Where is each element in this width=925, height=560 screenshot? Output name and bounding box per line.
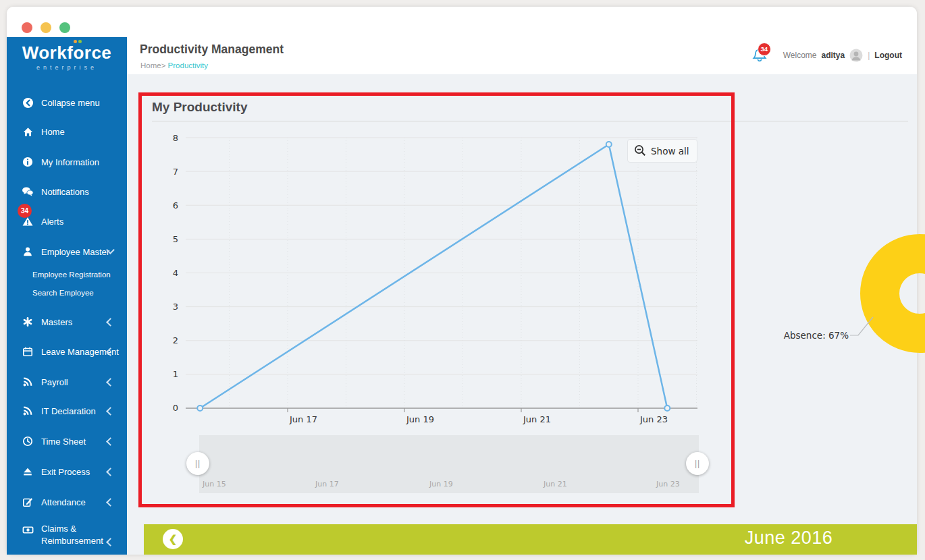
navigator-tick-label: Jun 15 xyxy=(203,480,226,488)
sidebar-item-alerts[interactable]: Alerts xyxy=(22,214,123,229)
sidebar-item-employee-registration[interactable]: Employee Registration xyxy=(32,267,123,282)
brand-name: Workforce xyxy=(7,43,127,63)
breadcrumb-home-link[interactable]: Home xyxy=(140,61,161,69)
feed-icon xyxy=(22,405,34,417)
sidebar-item-payroll[interactable]: Payroll xyxy=(22,374,123,389)
home-icon xyxy=(22,125,34,138)
navigator-left-handle[interactable]: || xyxy=(186,452,209,475)
chart-range-navigator[interactable]: Jun 15 Jun 17 Jun 19 Jun 21 Jun 23 xyxy=(199,435,699,493)
navigator-tick-label: Jun 19 xyxy=(429,480,453,488)
logo: Workforce enterprise xyxy=(7,43,127,71)
notifications-count-badge: 34 xyxy=(758,43,771,56)
calendar-month-bar: ❮ June 2016 xyxy=(144,524,917,555)
close-window-button[interactable] xyxy=(22,22,32,33)
sidebar-item-notifications[interactable]: Notifications xyxy=(22,184,123,199)
welcome-label: Welcome xyxy=(783,51,817,60)
chevron-left-icon xyxy=(106,318,115,327)
sidebar-item-my-information[interactable]: My Information xyxy=(22,155,123,169)
alerts-count-badge: 34 xyxy=(18,204,32,218)
chat-bubbles-icon xyxy=(22,186,34,198)
brand-subtitle: enterprise xyxy=(7,64,127,71)
eject-icon xyxy=(22,466,34,478)
sidebar-item-masters[interactable]: Masters xyxy=(22,314,123,329)
sidebar-item-employee-master[interactable]: Employee Master xyxy=(22,244,123,259)
logout-button[interactable]: Logout xyxy=(874,51,902,60)
window-titlebar xyxy=(7,7,917,38)
sidebar-item-time-sheet[interactable]: Time Sheet xyxy=(22,434,123,449)
minimize-window-button[interactable] xyxy=(41,22,51,33)
navigator-tick-label: Jun 17 xyxy=(315,480,339,488)
sidebar-item-claims-reimbursement[interactable]: Claims & Reimbursement xyxy=(22,523,123,550)
info-icon xyxy=(22,156,34,168)
sidebar-item-collapse-menu[interactable]: Collapse menu xyxy=(22,95,123,110)
chevron-left-icon xyxy=(106,437,115,446)
navigator-tick-label: Jun 23 xyxy=(656,480,680,488)
panel-title-divider xyxy=(152,121,908,121)
breadcrumb: Home> Productivity xyxy=(140,61,208,69)
calendar-month-title: June 2016 xyxy=(714,528,863,549)
chevron-left-icon xyxy=(106,407,115,416)
sidebar-item-leave-management[interactable]: Leave Management xyxy=(22,344,123,359)
avatar[interactable] xyxy=(849,49,863,62)
breadcrumb-current: Productivity xyxy=(168,61,208,69)
sidebar-item-home[interactable]: Home xyxy=(22,124,123,139)
zoom-window-button[interactable] xyxy=(59,22,70,33)
sidebar-item-attendance[interactable]: Attendance xyxy=(22,495,123,509)
clock-icon xyxy=(22,435,34,447)
calendar-icon xyxy=(22,345,34,358)
header-actions: 34 Welcome aditya | Logout xyxy=(751,45,902,65)
chevron-left-icon: ❮ xyxy=(169,533,178,544)
navigator-right-handle[interactable]: || xyxy=(686,452,709,475)
feed-icon xyxy=(22,376,34,388)
person-icon xyxy=(22,246,34,258)
sidebar-item-it-declaration[interactable]: IT Declaration xyxy=(22,403,123,418)
reset-zoom-button[interactable]: Show all xyxy=(627,139,697,163)
absence-data-label: Absence: 67% xyxy=(761,330,849,341)
notifications-bell-button[interactable]: 34 xyxy=(751,45,769,65)
edit-icon xyxy=(22,496,34,508)
chevron-left-icon xyxy=(106,498,115,507)
navigator-tick-label: Jun 21 xyxy=(544,480,567,488)
username[interactable]: aditya xyxy=(822,51,845,60)
sidebar: Workforce enterprise Collapse menu Home … xyxy=(7,37,127,555)
chevron-left-icon xyxy=(106,378,115,387)
sidebar-item-exit-process[interactable]: Exit Process xyxy=(22,464,123,479)
chevron-left-icon xyxy=(106,468,115,476)
chart-panel-title: My Productivity xyxy=(152,100,247,115)
header-divider: | xyxy=(868,51,870,60)
previous-month-button[interactable]: ❮ xyxy=(163,529,183,549)
breadcrumb-separator: > xyxy=(161,61,166,69)
asterisk-icon xyxy=(22,316,34,328)
sidebar-item-search-employee[interactable]: Search Employee xyxy=(32,285,123,300)
zoom-out-icon xyxy=(634,144,647,157)
page-title: Productivity Management xyxy=(140,43,284,57)
collapse-arrow-icon xyxy=(22,96,34,109)
money-icon xyxy=(22,524,34,536)
page: Workforce enterprise Collapse menu Home … xyxy=(0,0,925,560)
page-header: Productivity Management Home> Productivi… xyxy=(127,37,917,74)
